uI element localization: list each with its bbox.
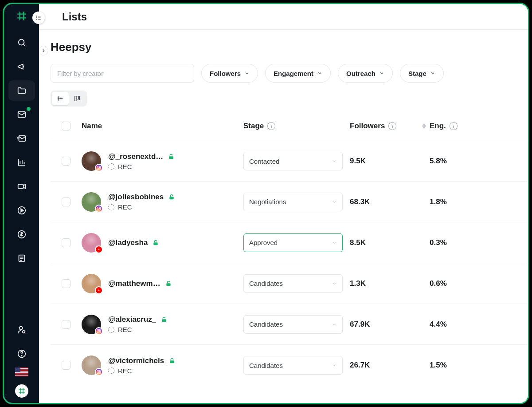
table-row: @victormichels REC Candidates 26.7K 1.5% [51, 345, 528, 386]
creator[interactable]: @ladyesha [82, 233, 243, 253]
nav-inbox[interactable] [8, 104, 35, 125]
svg-point-36 [98, 208, 99, 209]
followers-value: 68.3K [350, 198, 370, 206]
table-row: @_rosenextd… REC Contacted 9.5K 5.8% [51, 141, 528, 182]
stage-select[interactable]: Negotiations [243, 193, 343, 211]
creator-table: Name Stage i Followers i [51, 116, 528, 386]
info-icon[interactable]: i [388, 122, 396, 130]
creator-handle: @victormichels [108, 356, 164, 365]
stage-cell: Candidates [243, 274, 350, 293]
filter-outreach-button[interactable]: Outreach [338, 64, 393, 83]
nav-users[interactable] [8, 320, 35, 340]
app-logo [15, 9, 28, 23]
eng-value: 1.8% [430, 198, 447, 206]
view-toggle [51, 91, 87, 107]
row-checkbox[interactable] [62, 157, 70, 166]
creator-cell: @victormichels REC [82, 356, 243, 375]
col-followers-header[interactable]: Followers i [350, 122, 430, 130]
row-checkbox[interactable] [62, 198, 70, 206]
nav-play[interactable] [8, 200, 35, 221]
table-row: @matthewm… Candidates 1.3K 0.6% [51, 263, 528, 304]
svg-line-19 [24, 333, 25, 333]
rec-dot-icon [108, 163, 114, 170]
nav-search[interactable] [8, 32, 35, 53]
kanban-view-icon [74, 95, 81, 102]
filter-engagement-button[interactable]: Engagement [265, 64, 331, 83]
stage-value: Contacted [249, 158, 279, 165]
col-eng-label: Eng. [430, 122, 446, 130]
instagram-icon [97, 329, 101, 333]
svg-rect-28 [75, 96, 76, 101]
row-checkbox-cell [51, 157, 82, 166]
svg-point-2 [36, 17, 37, 18]
filter-followers-button[interactable]: Followers [201, 64, 258, 83]
platform-badge-ig [95, 164, 103, 172]
rec-dot-icon [108, 204, 114, 210]
rec-status: REC [108, 163, 175, 170]
select-all-checkbox[interactable] [62, 122, 70, 130]
locale-flag-us[interactable] [15, 367, 28, 376]
view-list-button[interactable] [52, 92, 69, 105]
nav-help[interactable] [8, 344, 35, 364]
clipboard-icon [17, 253, 27, 263]
creator[interactable]: @joliesbobines REC [82, 192, 243, 212]
youtube-icon [97, 288, 101, 292]
svg-point-46 [98, 371, 99, 372]
svg-rect-48 [170, 360, 174, 363]
eng-value: 1.5% [430, 361, 447, 370]
col-stage-header[interactable]: Stage i [243, 122, 350, 130]
creator[interactable]: @matthewm… [82, 274, 243, 293]
row-checkbox[interactable] [62, 279, 70, 288]
stage-select[interactable]: Approved [243, 233, 343, 252]
row-checkbox[interactable] [62, 320, 70, 329]
creator-cell: @_rosenextd… REC [82, 151, 243, 171]
info-icon[interactable]: i [450, 122, 458, 130]
name-line: @matthewm… [108, 279, 172, 288]
rec-dot-icon [108, 367, 114, 374]
row-checkbox[interactable] [62, 361, 70, 370]
view-kanban-button[interactable] [69, 92, 86, 105]
svg-point-32 [98, 167, 99, 168]
nav-payments[interactable] [8, 224, 35, 245]
instagram-icon [97, 166, 101, 170]
instagram-icon [97, 370, 101, 374]
stage-select[interactable]: Candidates [243, 315, 343, 334]
followers-value: 26.7K [350, 361, 370, 370]
svg-point-18 [22, 331, 25, 333]
nav-campaigns[interactable] [8, 56, 35, 77]
unlock-icon [152, 239, 159, 246]
stage-select[interactable]: Contacted [243, 152, 343, 170]
rec-label: REC [118, 367, 132, 375]
chart-icon [17, 158, 27, 167]
nav-analytics[interactable] [8, 152, 35, 173]
stage-select[interactable]: Candidates [243, 274, 343, 293]
sidebar-collapse-button[interactable] [32, 12, 45, 24]
creator[interactable]: @_rosenextd… REC [82, 151, 243, 171]
creator[interactable]: @victormichels REC [82, 356, 243, 375]
chevron-right-icon [41, 48, 46, 53]
svg-rect-30 [79, 96, 79, 100]
filter-label: Outreach [346, 70, 376, 77]
page-section-title: Lists [62, 11, 87, 23]
filter-stage-button[interactable]: Stage [400, 64, 444, 83]
col-name-header[interactable]: Name [82, 122, 243, 130]
topbar: Lists [39, 4, 528, 30]
stage-select[interactable]: Candidates [243, 356, 343, 375]
nav-outreach[interactable] [8, 128, 35, 149]
sort-caret[interactable] [422, 122, 426, 130]
followers-cell: 9.5K [350, 157, 430, 166]
nav-reports[interactable] [8, 248, 35, 269]
followers-value: 1.3K [350, 279, 366, 288]
creator[interactable]: @alexiacruz_ REC [82, 315, 243, 334]
name-block: @victormichels REC [108, 356, 176, 375]
nav-media[interactable] [8, 176, 35, 197]
nav-lists[interactable] [8, 80, 35, 101]
panel-expand-button[interactable] [39, 46, 48, 55]
info-icon[interactable]: i [267, 122, 275, 130]
filter-creator-input[interactable] [51, 64, 194, 83]
row-checkbox[interactable] [62, 238, 70, 247]
avatar-wrap [82, 356, 101, 375]
brand-avatar[interactable] [15, 384, 28, 398]
col-eng-header[interactable]: Eng. i [430, 122, 487, 130]
caret-down-icon [422, 126, 426, 129]
